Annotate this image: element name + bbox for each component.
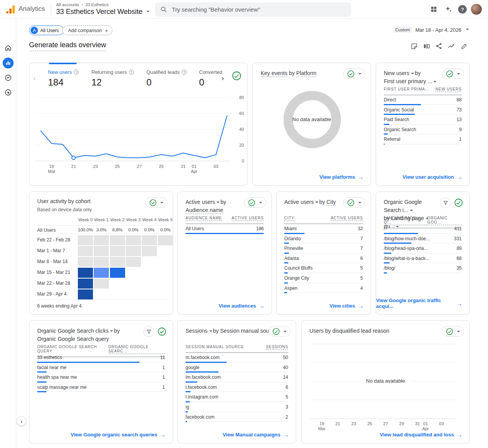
table-row[interactable]: Paid Search13 — [384, 115, 462, 125]
view-lead-disqualified-link[interactable]: View lead disqualified and loss→ — [380, 431, 462, 438]
col-metric[interactable]: ACTIVE USERS — [232, 216, 264, 221]
card-options[interactable] — [145, 197, 167, 208]
edit-pencil-icon[interactable] — [460, 42, 469, 50]
prev-chevron-icon[interactable]: ‹ — [33, 74, 36, 82]
table-row[interactable]: Organic Social73 — [384, 105, 462, 115]
table-row[interactable]: Direct88 — [384, 95, 462, 105]
view-user-acquisition-link[interactable]: View user acquisition→ — [402, 174, 462, 180]
check-circle-icon[interactable] — [156, 326, 167, 337]
cohort-cell[interactable] — [78, 279, 93, 289]
apps-grid-icon[interactable] — [429, 5, 438, 14]
table-row[interactable]: m.facebook.com50 — [186, 352, 288, 363]
card-options[interactable] — [244, 197, 266, 208]
cohort-cell[interactable] — [94, 235, 109, 245]
table-row[interactable]: l.facebook.com6 — [186, 382, 288, 392]
card-title[interactable]: Sessionsby Session manual source — [186, 327, 282, 335]
check-circle-icon[interactable] — [453, 197, 464, 208]
card-title[interactable]: Active usersby City — [284, 198, 336, 206]
home-icon[interactable] — [3, 43, 14, 53]
view-organic-traffic-link[interactable]: View Google organic traffic acqui...→ — [376, 298, 462, 309]
table-row[interactable]: scalp massage near me1 — [37, 382, 165, 392]
card-options[interactable] — [268, 326, 290, 337]
table-row[interactable]: 33 esthetics11 — [37, 352, 165, 363]
analytics-logo-icon[interactable] — [6, 5, 15, 14]
col-metric[interactable]: ACTIVE USERS — [331, 216, 363, 221]
card-options[interactable] — [343, 197, 365, 208]
table-row[interactable]: /blog/35 — [384, 263, 462, 273]
cohort-cell[interactable] — [142, 246, 157, 256]
card-title[interactable]: Active usersby Audience name — [186, 198, 226, 214]
filter-funnel-icon[interactable] — [440, 197, 451, 208]
explore-icon[interactable] — [3, 72, 14, 83]
tab-converted[interactable]: Converted 0 — [199, 69, 222, 88]
cohort-cell[interactable] — [94, 246, 109, 256]
reports-icon[interactable] — [3, 58, 14, 68]
advertising-icon[interactable] — [3, 87, 14, 98]
card-options[interactable] — [343, 68, 365, 79]
table-row[interactable]: All Users186 — [186, 224, 264, 234]
col-dimension[interactable]: FIRST USER PRIMA... — [384, 87, 429, 92]
view-manual-campaigns-link[interactable]: View Manual campaigns→ — [223, 431, 289, 438]
breadcrumb[interactable]: All accounts 33 Esthetics — [56, 2, 108, 7]
cohort-cell[interactable] — [94, 257, 109, 267]
cohort-cell[interactable] — [158, 235, 173, 245]
table-row[interactable]: l.instagram.com5 — [186, 392, 288, 402]
tab-new-users[interactable]: New users? 184 — [48, 69, 79, 88]
avatar[interactable] — [471, 4, 482, 15]
note-icon[interactable] — [410, 42, 418, 50]
cohort-cell[interactable] — [94, 268, 109, 278]
table-row[interactable]: Referral1 — [384, 134, 462, 144]
view-cities-link[interactable]: View cities→ — [330, 303, 364, 309]
breadcrumb-property[interactable]: 33 Esthetics — [85, 2, 108, 7]
table-row[interactable]: facebook.com2 — [186, 412, 288, 422]
cohort-cell[interactable] — [110, 235, 125, 245]
cohort-cell[interactable] — [142, 235, 157, 245]
date-range-picker[interactable]: Custom Mar 18 - Apr 4, 2026 — [393, 27, 470, 33]
col-dimension[interactable]: CITY — [284, 216, 294, 221]
view-search-queries-link[interactable]: View Google organic search queries→ — [70, 431, 166, 438]
filter-funnel-icon[interactable] — [143, 326, 154, 337]
insights-icon[interactable] — [447, 42, 455, 50]
table-row[interactable]: /blog/how-much-doe...331 — [384, 234, 462, 244]
comparison-icon[interactable] — [422, 42, 431, 50]
table-header[interactable]: AUDIENCE NAME ACTIVE USERS — [186, 216, 264, 224]
cohort-cell[interactable] — [78, 289, 93, 299]
col-metric[interactable]: SESSIONS — [266, 345, 288, 350]
table-row[interactable]: /blog/head-spa-orla...89 — [384, 243, 462, 253]
breadcrumb-accounts[interactable]: All accounts — [56, 2, 79, 7]
table-row[interactable]: google40 — [186, 363, 288, 373]
table-row[interactable]: Orlando7 — [284, 234, 363, 244]
expand-sidebar-icon[interactable]: › — [17, 416, 26, 426]
cohort-cell[interactable] — [78, 257, 93, 267]
search-input[interactable] — [172, 6, 346, 13]
cohort-cell[interactable] — [126, 246, 141, 256]
view-audiences-link[interactable]: View audiences→ — [218, 303, 265, 309]
table-row[interactable]: facial near me1 — [37, 363, 165, 373]
card-title[interactable]: Organic Google Search clicksby Organic G… — [37, 327, 120, 343]
col-dimension[interactable]: AUDIENCE NAME — [186, 216, 222, 221]
table-row[interactable]: Aspen4 — [284, 283, 363, 293]
check-circle-icon[interactable] — [232, 71, 242, 81]
table-header[interactable]: FIRST USER PRIMA... NEW USERS — [384, 87, 462, 95]
card-options[interactable] — [442, 68, 464, 79]
cohort-cell[interactable] — [110, 246, 125, 256]
share-icon[interactable] — [435, 42, 443, 50]
table-row[interactable]: Miami32 — [284, 224, 363, 234]
cohort-cell[interactable] — [110, 268, 125, 278]
col-dimension[interactable]: SESSION MANUAL SOURCE — [186, 345, 244, 350]
card-options[interactable] — [442, 326, 464, 337]
gemini-sparkle-icon[interactable] — [444, 5, 453, 14]
help-icon[interactable]: ? — [458, 5, 467, 14]
table-header[interactable]: SESSION MANUAL SOURCE SESSIONS — [186, 345, 288, 353]
table-row[interactable]: /411 — [384, 224, 462, 234]
add-comparison-button[interactable]: Add comparison + — [62, 26, 112, 35]
cohort-cell[interactable] — [78, 235, 93, 245]
search-bar[interactable] — [155, 2, 351, 17]
table-row[interactable]: Organic Search9 — [384, 125, 462, 135]
next-chevron-icon[interactable]: › — [222, 74, 224, 82]
table-row[interactable]: Atlanta6 — [284, 253, 363, 263]
table-row[interactable]: Prineville7 — [284, 243, 363, 253]
property-selector[interactable]: 33 Esthetics Vercel Website — [56, 8, 150, 16]
cohort-cell[interactable] — [126, 235, 141, 245]
cohort-cell[interactable] — [78, 246, 93, 256]
